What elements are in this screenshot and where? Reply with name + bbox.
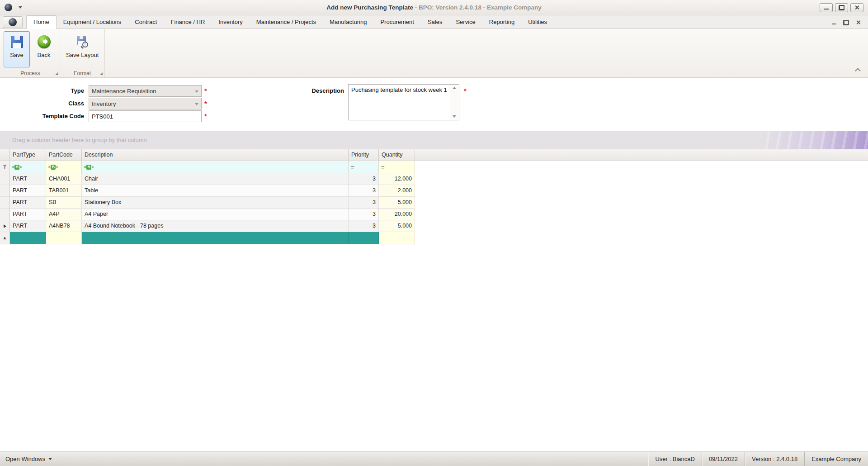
cell-partcode[interactable]: A4NB78 (46, 220, 82, 232)
parts-grid: Drag a column header here to group by th… (0, 131, 868, 244)
template-code-input[interactable]: PTS001 (89, 110, 202, 122)
column-header-quantity[interactable]: Quantity (379, 149, 415, 161)
cell-priority[interactable]: 3 (349, 220, 379, 232)
filter-icon (3, 165, 7, 169)
ribbon-group-format: Save Layout Format (60, 29, 105, 77)
open-windows-button[interactable]: Open Windows (5, 456, 52, 462)
window-title-primary: Add new Purchasing Tenplate (326, 4, 413, 11)
cell-description[interactable]: Table (82, 185, 349, 197)
new-cell-priority[interactable] (349, 232, 379, 244)
template-form: Type Maintenance Requisition * Class Inv… (0, 78, 868, 131)
cell-description[interactable]: Chair (82, 173, 349, 185)
cell-priority[interactable]: 3 (349, 209, 379, 220)
window-title: Add new Purchasing Tenplate - BPO: Versi… (136, 4, 732, 11)
cell-priority[interactable]: 3 (349, 173, 379, 185)
back-button[interactable]: Back (31, 31, 57, 67)
description-scrollbar[interactable] (450, 85, 458, 119)
cell-description[interactable]: A4 Bound Notebook - 78 pages (82, 220, 349, 232)
ribbon-tab-row: Home Equipment / Locations Contract Fina… (0, 15, 868, 29)
close-icon (854, 5, 859, 10)
close-button[interactable] (850, 3, 863, 12)
cell-parttype[interactable]: PART (10, 209, 46, 220)
cell-description[interactable]: A4 Paper (82, 209, 349, 220)
column-header-priority[interactable]: Priority (349, 149, 379, 161)
ribbon-group-process-label: Process (1, 69, 60, 77)
scroll-down-icon[interactable] (453, 115, 456, 118)
column-header-description[interactable]: Description (82, 149, 349, 161)
save-button[interactable]: Save (4, 31, 30, 67)
cell-parttype[interactable]: PART (10, 220, 46, 232)
tab-sales[interactable]: Sales (421, 16, 449, 29)
tab-finance-hr[interactable]: Finance / HR (164, 16, 212, 29)
chevron-down-icon (195, 103, 198, 105)
cell-quantity[interactable]: 5.000 (379, 220, 415, 232)
text-filter-icon: aBc (84, 165, 94, 170)
cell-priority[interactable]: 3 (349, 185, 379, 197)
mdi-restore-icon[interactable] (844, 20, 849, 25)
skin-decoration (760, 131, 868, 149)
cell-quantity[interactable]: 5.000 (379, 197, 415, 209)
bpo-logo-icon (9, 18, 17, 26)
save-button-label: Save (10, 52, 24, 58)
new-cell-description[interactable] (82, 232, 349, 244)
tab-maintenance-projects[interactable]: Maintenance / Projects (250, 16, 323, 29)
tab-equipment-locations[interactable]: Equipment / Locations (57, 16, 128, 29)
column-header-parttype[interactable]: PartType (10, 149, 46, 161)
restore-button[interactable] (835, 3, 848, 12)
minimize-button[interactable] (820, 3, 833, 12)
quick-access-dropdown-icon[interactable] (19, 6, 22, 9)
tab-utilities[interactable]: Utilities (521, 16, 554, 29)
format-dialog-launcher-icon[interactable] (100, 72, 103, 75)
save-layout-icon (75, 35, 89, 48)
tab-reporting[interactable]: Reporting (482, 16, 521, 29)
header-indicator-cell (0, 149, 10, 161)
tab-service[interactable]: Service (449, 16, 482, 29)
save-layout-button[interactable]: Save Layout (63, 31, 102, 67)
ribbon-group-process: Save Back Process (1, 29, 60, 77)
cell-quantity[interactable]: 12.000 (379, 173, 415, 185)
tab-home[interactable]: Home (26, 15, 57, 29)
cell-description[interactable]: Stationery Box (82, 197, 349, 209)
filter-cell-partcode[interactable]: aBc (46, 161, 82, 173)
template-code-required-marker: * (204, 112, 207, 120)
filter-cell-priority[interactable]: = (349, 161, 379, 173)
chevron-down-icon (195, 90, 198, 93)
tab-procurement[interactable]: Procurement (373, 16, 420, 29)
cell-partcode[interactable]: CHA001 (46, 173, 82, 185)
mdi-minimize-icon[interactable] (832, 21, 836, 24)
description-textarea[interactable]: Puchasing template for stock week 1 (348, 84, 459, 120)
filter-cell-parttype[interactable]: aBc (10, 161, 46, 173)
template-code-label: Template Code (0, 110, 84, 122)
new-row-asterisk: * (4, 234, 6, 242)
filter-cell-quantity[interactable]: = (379, 161, 415, 173)
new-cell-quantity[interactable] (379, 232, 415, 244)
column-header-partcode[interactable]: PartCode (46, 149, 82, 161)
cell-partcode[interactable]: A4P (46, 209, 82, 220)
class-combobox[interactable]: Inventory (89, 98, 202, 109)
tab-inventory[interactable]: Inventory (212, 16, 249, 29)
app-icon[interactable] (5, 4, 12, 11)
row-indicator-current (0, 220, 10, 232)
cell-partcode[interactable]: SB (46, 197, 82, 209)
collapse-ribbon-icon[interactable] (855, 68, 861, 74)
class-label: Class (0, 98, 84, 109)
mdi-close-icon[interactable] (856, 20, 861, 25)
application-menu-button[interactable] (3, 16, 23, 28)
scroll-up-icon[interactable] (453, 87, 456, 89)
cell-priority[interactable]: 3 (349, 197, 379, 209)
window-title-secondary: - BPO: Version 2.4.0.18 - Example Compan… (413, 4, 542, 11)
cell-parttype[interactable]: PART (10, 173, 46, 185)
cell-quantity[interactable]: 20.000 (379, 209, 415, 220)
tab-contract[interactable]: Contract (128, 16, 164, 29)
cell-quantity[interactable]: 2.000 (379, 185, 415, 197)
filter-cell-description[interactable]: aBc (82, 161, 349, 173)
group-by-panel[interactable]: Drag a column header here to group by th… (0, 131, 868, 149)
new-cell-parttype[interactable] (10, 232, 46, 244)
type-combobox[interactable]: Maintenance Requisition (89, 85, 202, 97)
cell-partcode[interactable]: TAB001 (46, 185, 82, 197)
new-cell-partcode[interactable] (46, 232, 82, 244)
cell-parttype[interactable]: PART (10, 185, 46, 197)
tab-manufacturing[interactable]: Manufacturing (323, 16, 373, 29)
cell-parttype[interactable]: PART (10, 197, 46, 209)
process-dialog-launcher-icon[interactable] (55, 72, 58, 75)
